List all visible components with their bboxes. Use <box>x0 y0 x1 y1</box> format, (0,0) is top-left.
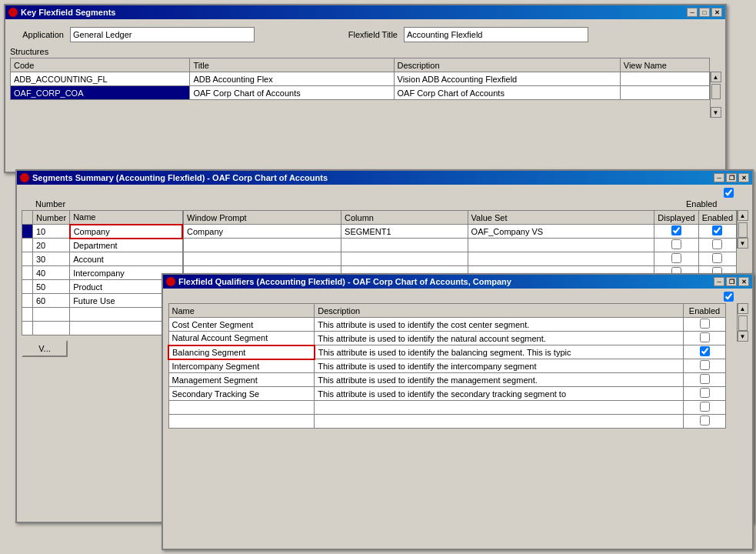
scroll-down-seg[interactable]: ▼ <box>738 238 748 249</box>
row-marker <box>22 280 33 294</box>
cell-qual-enabled[interactable] <box>684 401 726 415</box>
table-row[interactable] <box>184 239 737 252</box>
col-qual-name: Name <box>168 304 315 318</box>
qualifiers-table: Name Description Enabled Cost Center Seg… <box>168 303 726 429</box>
table-row[interactable]: Cost Center Segment This attribute is us… <box>168 318 726 332</box>
scroll-up-seg[interactable]: ▲ <box>738 210 748 221</box>
scroll-up[interactable]: ▲ <box>711 72 721 82</box>
qualifiers-scrollbar[interactable]: ▲ ▼ <box>737 303 748 342</box>
table-row[interactable] <box>22 308 183 322</box>
table-row[interactable] <box>168 401 726 415</box>
scroll-thumb-seg[interactable] <box>738 222 748 238</box>
v-button[interactable]: V... <box>22 340 68 357</box>
segments-scrollbar[interactable]: ▲ ▼ <box>737 210 748 249</box>
table-row[interactable]: 10 Company <box>22 225 183 239</box>
scroll-thumb-qual[interactable] <box>738 315 748 331</box>
table-row[interactable] <box>22 322 183 335</box>
cell-code: ADB_ACCOUNTING_FL <box>11 72 190 86</box>
qual-enabled-checkbox[interactable] <box>700 374 710 384</box>
displayed-checkbox[interactable] <box>671 253 681 263</box>
table-row[interactable]: Intercompany Segment This attribute is u… <box>168 359 726 373</box>
cell-viewname <box>620 72 709 86</box>
qual-enabled-checkbox[interactable] <box>700 360 710 370</box>
cell-qual-enabled[interactable] <box>684 359 726 373</box>
oracle-icon-seg <box>20 173 29 182</box>
cell-displayed[interactable] <box>654 239 698 252</box>
table-row[interactable]: 60 Future Use <box>22 294 183 308</box>
segments-title-bar: Segments Summary (Accounting Flexfield) … <box>17 171 752 185</box>
seg-restore-button[interactable]: ❐ <box>726 173 737 182</box>
seg-close-button[interactable]: ✕ <box>738 173 749 182</box>
cell-qual-enabled[interactable] <box>684 387 726 401</box>
cell-qual-enabled[interactable] <box>684 332 726 345</box>
qual-restore-button[interactable]: ❐ <box>726 277 737 286</box>
close-button[interactable]: ✕ <box>711 8 722 17</box>
structures-scrollbar[interactable]: ▲ ▼ <box>710 72 721 118</box>
qual-minimize-button[interactable]: ─ <box>714 277 724 286</box>
table-row[interactable]: Company SEGMENT1 OAF_Company VS <box>184 225 737 239</box>
cell-qual-enabled[interactable] <box>684 373 726 387</box>
scroll-down-qual[interactable]: ▼ <box>738 331 748 342</box>
qual-enabled-checkbox[interactable] <box>700 346 710 356</box>
seg-minimize-button[interactable]: ─ <box>714 173 724 182</box>
table-row[interactable]: OAF_CORP_COA OAF Corp Chart of Accounts … <box>11 86 710 100</box>
col-marker <box>22 211 33 225</box>
table-row[interactable]: Secondary Tracking Se This attribute is … <box>168 387 726 401</box>
cell-enabled[interactable] <box>698 225 736 239</box>
cell-qual-desc: This attribute is used to identify the s… <box>315 387 684 401</box>
main-window-title: Key Flexfield Segments <box>21 8 116 17</box>
cell-name: Account <box>70 252 182 266</box>
segments-win-controls: ─ ❐ ✕ <box>714 173 749 182</box>
qual-enabled-checkbox[interactable] <box>700 388 710 398</box>
qual-enabled-checkbox[interactable] <box>700 319 710 329</box>
qual-enabled-checkbox[interactable] <box>700 402 710 412</box>
qual-enabled-checkbox[interactable] <box>700 332 710 342</box>
qual-close-button[interactable]: ✕ <box>738 277 749 286</box>
table-row[interactable]: 20 Department <box>22 239 183 252</box>
application-input[interactable] <box>70 27 255 42</box>
scroll-thumb[interactable] <box>711 84 721 99</box>
table-row[interactable]: Natural Account Segment This attribute i… <box>168 332 726 345</box>
cell-qual-enabled[interactable] <box>684 415 726 429</box>
cell-desc: OAF Corp Chart of Accounts <box>394 86 620 100</box>
cell-qual-enabled[interactable] <box>684 318 726 332</box>
table-row[interactable]: 50 Product <box>22 280 183 294</box>
qual-enabled-checkbox[interactable] <box>700 416 710 426</box>
top-enabled-checkbox[interactable] <box>724 188 734 198</box>
row-marker <box>22 239 33 252</box>
table-row[interactable]: 40 Intercompany <box>22 266 183 280</box>
cell-enabled[interactable] <box>698 239 736 252</box>
table-row[interactable] <box>168 415 726 429</box>
structures-label: Structures <box>10 47 721 56</box>
cell-code: OAF_CORP_COA <box>11 86 190 100</box>
col-code: Code <box>11 58 190 72</box>
cell-displayed[interactable] <box>654 225 698 239</box>
cell-displayed[interactable] <box>654 252 698 266</box>
maximize-button[interactable]: □ <box>699 8 710 17</box>
col-qual-enabled: Enabled <box>684 304 726 318</box>
table-row[interactable]: Balancing Segment This attribute is used… <box>168 345 726 359</box>
table-row[interactable] <box>184 252 737 266</box>
displayed-checkbox[interactable] <box>671 225 681 235</box>
cell-number: 40 <box>33 266 70 280</box>
cell-qual-enabled[interactable] <box>684 345 726 359</box>
row-marker <box>22 308 33 322</box>
table-row[interactable]: Management Segment This attribute is use… <box>168 373 726 387</box>
col-title: Title <box>190 58 394 72</box>
scroll-up-qual[interactable]: ▲ <box>738 303 748 314</box>
table-row[interactable]: ADB_ACCOUNTING_FL ADB Accounting Flex Vi… <box>11 72 710 86</box>
displayed-checkbox[interactable] <box>671 239 681 249</box>
table-row[interactable]: 30 Account <box>22 252 183 266</box>
scroll-down[interactable]: ▼ <box>711 107 721 118</box>
qual-top-checkbox[interactable] <box>724 292 734 302</box>
row-marker <box>22 294 33 308</box>
enabled-checkbox[interactable] <box>712 225 722 235</box>
enabled-checkbox[interactable] <box>712 239 722 249</box>
col-prompt: Window Prompt <box>184 211 341 225</box>
qualifiers-win-controls: ─ ❐ ✕ <box>714 277 749 286</box>
cell-enabled[interactable] <box>698 252 736 266</box>
enabled-checkbox[interactable] <box>712 253 722 263</box>
flexfield-title-input[interactable] <box>404 27 588 42</box>
col-name: Name <box>70 211 182 225</box>
minimize-button[interactable]: ─ <box>687 8 698 17</box>
